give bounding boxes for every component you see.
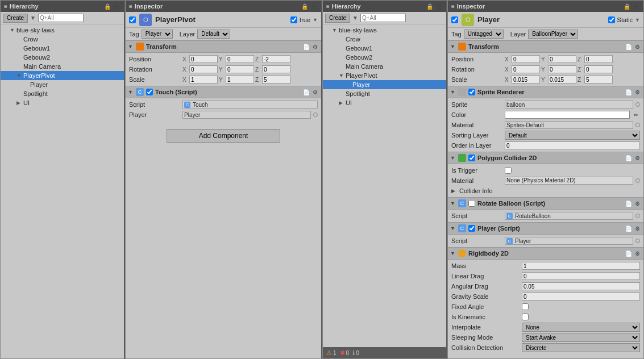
- list-item[interactable]: Gebouw2: [323, 53, 446, 62]
- list-item-spotlight[interactable]: Spotlight: [1, 89, 124, 98]
- right-is-kinematic-checkbox[interactable]: [522, 314, 529, 320]
- right-color-swatch[interactable]: [505, 111, 630, 119]
- right-interpolate-dropdown[interactable]: None: [522, 323, 640, 332]
- right-sprite-header[interactable]: ▼ Sprite Renderer 📄 ⚙: [448, 86, 643, 98]
- left-player-target[interactable]: [313, 112, 318, 117]
- right-inspector-menu[interactable]: ☰: [632, 2, 640, 10]
- right-collider-gear-btn[interactable]: ⚙: [633, 154, 641, 162]
- right-player-script-enabled[interactable]: [468, 225, 475, 232]
- left-touch-enabled-checkbox[interactable]: [146, 89, 153, 95]
- right-scale-x[interactable]: [512, 76, 540, 84]
- left-scale-z[interactable]: [262, 76, 290, 84]
- right-search-input[interactable]: [360, 14, 406, 22]
- left-rot-y[interactable]: [226, 65, 254, 73]
- list-item[interactable]: Main Camera: [323, 62, 446, 71]
- right-transform-header[interactable]: ▼ Transform 📄 ⚙: [448, 40, 643, 53]
- right-create-button[interactable]: Create: [325, 14, 350, 23]
- left-transform-gear-btn[interactable]: ⚙: [311, 43, 319, 51]
- list-item-spotlight-right[interactable]: Spotlight: [323, 89, 446, 98]
- left-touch-page-btn[interactable]: 📄: [302, 88, 310, 96]
- right-rigidbody-gear-btn[interactable]: ⚙: [633, 249, 641, 257]
- list-item[interactable]: Gebouw1: [1, 44, 124, 53]
- left-inspector-lock[interactable]: 🔒: [301, 2, 309, 10]
- right-sleeping-mode-dropdown[interactable]: Start Awake: [522, 333, 640, 342]
- left-hierarchy-menu[interactable]: ☰: [113, 2, 121, 10]
- right-hierarchy-menu[interactable]: ☰: [435, 2, 443, 10]
- right-rot-y[interactable]: [548, 65, 576, 73]
- right-pos-x[interactable]: [512, 55, 540, 63]
- right-hierarchy-lock[interactable]: 🔒: [426, 2, 434, 10]
- left-tag-dropdown[interactable]: Player: [142, 30, 173, 39]
- right-player-script-gear-btn[interactable]: ⚙: [633, 224, 641, 232]
- left-transform-page-btn[interactable]: 📄: [302, 43, 310, 51]
- right-sprite-target[interactable]: [635, 102, 640, 107]
- right-rigidbody-page-btn[interactable]: 📄: [625, 249, 633, 257]
- right-collider-page-btn[interactable]: 📄: [625, 154, 633, 162]
- right-pos-y[interactable]: [548, 55, 576, 63]
- left-scale-x[interactable]: [189, 76, 218, 84]
- right-gravity-scale-input[interactable]: [522, 293, 640, 300]
- right-tag-dropdown[interactable]: Untagged: [464, 30, 504, 39]
- right-rot-z[interactable]: [584, 65, 613, 73]
- right-static-checkbox[interactable]: [608, 16, 615, 23]
- right-scale-z[interactable]: [584, 76, 613, 84]
- right-player-script-page-btn[interactable]: 📄: [625, 224, 633, 232]
- right-transform-page-btn[interactable]: 📄: [625, 43, 633, 51]
- left-pos-x[interactable]: [189, 55, 218, 63]
- right-collider-header[interactable]: ▼ Polygon Collider 2D 📄 ⚙: [448, 152, 643, 164]
- right-collider-enabled[interactable]: [468, 155, 475, 161]
- list-item[interactable]: Gebouw1: [323, 44, 446, 53]
- list-item-ui[interactable]: ▶UI: [1, 98, 124, 107]
- right-rotate-header[interactable]: ▼ C Rotate Balloon (Script) 📄 ⚙: [448, 197, 643, 210]
- left-layer-dropdown[interactable]: Default: [197, 30, 230, 39]
- left-inspector-menu[interactable]: ☰: [310, 2, 318, 10]
- left-rot-x[interactable]: [189, 65, 218, 73]
- right-sprite-page-btn[interactable]: 📄: [625, 88, 633, 96]
- right-sprite-gear-btn[interactable]: ⚙: [633, 88, 641, 96]
- list-item-player-right[interactable]: Player: [323, 80, 446, 89]
- list-item[interactable]: ▼blue-sky-laws: [323, 26, 446, 35]
- right-scale-y[interactable]: [548, 76, 576, 84]
- right-collider-info-row[interactable]: ▶ Collider Info: [448, 186, 643, 196]
- left-touch-gear-btn[interactable]: ⚙: [311, 88, 319, 96]
- list-item[interactable]: Crow: [1, 35, 124, 44]
- right-collision-detection-dropdown[interactable]: Discrete: [522, 343, 640, 352]
- left-pos-z[interactable]: [262, 55, 290, 63]
- left-rot-z[interactable]: [262, 65, 290, 73]
- list-item[interactable]: Crow: [323, 35, 446, 44]
- left-static-checkbox[interactable]: [290, 16, 297, 23]
- left-pos-y[interactable]: [226, 55, 254, 63]
- right-order-input[interactable]: [505, 141, 640, 149]
- right-player-target[interactable]: [635, 239, 640, 243]
- right-transform-gear-btn[interactable]: ⚙: [633, 43, 641, 51]
- right-rotate-script-target[interactable]: [635, 214, 640, 218]
- right-color-picker-btn[interactable]: ✏: [632, 111, 640, 119]
- right-layer-dropdown[interactable]: BalloonPlayer: [528, 30, 578, 39]
- right-rigidbody-header[interactable]: ▼ Rigidbody 2D 📄 ⚙: [448, 247, 643, 260]
- list-item-ui-right[interactable]: ▶UI: [323, 98, 446, 107]
- list-item-player[interactable]: Player: [1, 80, 124, 89]
- right-object-active-checkbox[interactable]: [451, 16, 458, 23]
- left-touch-header[interactable]: ▼ C Touch (Script) 📄 ⚙: [126, 86, 321, 98]
- right-material-target[interactable]: [635, 123, 640, 127]
- right-mass-input[interactable]: [522, 262, 640, 270]
- right-fixed-angle-checkbox[interactable]: [522, 303, 529, 310]
- left-hierarchy-lock[interactable]: 🔒: [103, 2, 111, 10]
- right-rotate-gear-btn[interactable]: ⚙: [633, 199, 641, 207]
- right-collider-material-target[interactable]: [635, 178, 640, 183]
- left-create-button[interactable]: Create: [3, 14, 28, 23]
- right-linear-drag-input[interactable]: [522, 272, 640, 280]
- right-rotate-page-btn[interactable]: 📄: [625, 199, 633, 207]
- list-item-playerpivot-right[interactable]: ▼PlayerPivot: [323, 71, 446, 80]
- list-item-playerpivot[interactable]: ▼PlayerPivot: [1, 71, 124, 80]
- right-angular-drag-input[interactable]: [522, 282, 640, 290]
- right-player-script-header[interactable]: ▼ C Player (Script) 📄 ⚙: [448, 222, 643, 235]
- right-sprite-enabled[interactable]: [468, 89, 475, 95]
- right-sorting-layer-dropdown[interactable]: Default: [505, 131, 640, 140]
- right-pos-z[interactable]: [584, 55, 613, 63]
- left-object-active-checkbox[interactable]: [129, 16, 136, 23]
- right-rot-x[interactable]: [512, 65, 540, 73]
- left-scale-y[interactable]: [226, 76, 254, 84]
- list-item[interactable]: Main Camera: [1, 62, 124, 71]
- left-search-input[interactable]: [38, 14, 84, 22]
